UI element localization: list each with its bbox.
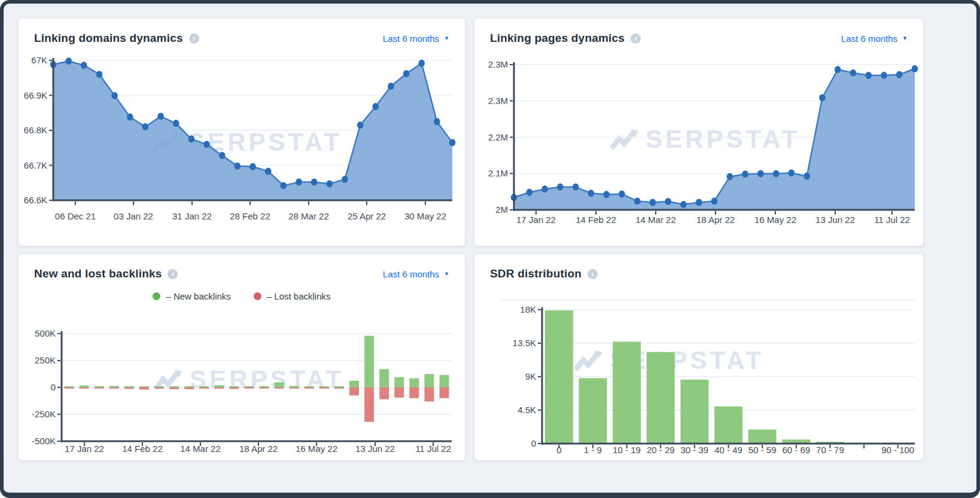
panel-title: Linking pages dynamics <box>490 32 625 45</box>
svg-text:17 Jan 22: 17 Jan 22 <box>516 215 556 225</box>
bar <box>229 387 239 389</box>
svg-text:90 - 100: 90 - 100 <box>881 445 914 455</box>
data-point <box>249 163 256 170</box>
chevron-down-icon: ▼ <box>902 35 908 41</box>
svg-text:30 May 22: 30 May 22 <box>404 211 446 221</box>
data-point <box>265 167 272 175</box>
svg-text:1 - 9: 1 - 9 <box>584 445 602 455</box>
data-point <box>742 170 748 178</box>
data-point <box>665 198 671 205</box>
linking-domains-chart: 67K66.9K66.8K66.7K66.6K06 Dec 2103 Jan 2… <box>19 50 465 243</box>
svg-text:18 Apr 22: 18 Apr 22 <box>696 215 735 225</box>
panel-linking-pages-dynamics: Linking pages dynamics i Last 6 months ▼… <box>474 18 924 246</box>
data-point <box>603 191 610 198</box>
y-axis-labels: 67K66.9K66.8K66.7K66.6K <box>24 55 52 205</box>
bar <box>124 387 134 389</box>
svg-text:40 - 49: 40 - 49 <box>714 445 742 455</box>
bar <box>364 336 374 387</box>
legend-item-lost-backlinks: – Lost backlinks <box>254 291 331 301</box>
bar <box>305 386 314 387</box>
bar <box>80 387 89 389</box>
data-point <box>773 170 780 178</box>
bar <box>334 387 344 389</box>
data-point <box>557 184 564 191</box>
date-range-label: Last 6 months <box>383 33 439 44</box>
bar <box>169 387 179 389</box>
svg-text:66.9K: 66.9K <box>24 90 47 100</box>
bar <box>714 407 742 444</box>
svg-text:2.3M: 2.3M <box>488 96 508 106</box>
bar <box>290 387 299 389</box>
chevron-down-icon: ▼ <box>444 271 449 277</box>
y-axis-labels: 2.3M2.3M2.2M2.1M2M <box>488 59 513 215</box>
bar <box>65 387 74 389</box>
linking-pages-chart: 2.3M2.3M2.2M2.1M2M17 Jan 2214 Feb 2214 M… <box>474 50 923 243</box>
bar <box>229 386 239 387</box>
data-point <box>696 199 702 206</box>
data-point <box>449 139 456 146</box>
bar <box>65 386 74 387</box>
bar <box>440 387 449 398</box>
bar <box>349 381 359 387</box>
svg-text:28 Feb 22: 28 Feb 22 <box>230 211 270 221</box>
y-grid <box>62 334 452 414</box>
svg-text:4.5K: 4.5K <box>518 405 536 415</box>
data-point <box>418 60 425 67</box>
series <box>65 336 449 422</box>
info-icon[interactable]: i <box>588 269 598 279</box>
data-point <box>219 152 226 159</box>
svg-text:66.6K: 66.6K <box>24 195 47 205</box>
svg-text:66.8K: 66.8K <box>24 125 47 135</box>
data-point <box>789 169 795 176</box>
svg-text:2.2M: 2.2M <box>488 132 508 142</box>
info-icon[interactable]: i <box>168 269 178 279</box>
svg-text:18K: 18K <box>520 304 536 314</box>
data-point <box>281 182 287 189</box>
bar <box>199 386 209 387</box>
date-range-dropdown[interactable]: Last 6 months ▼ <box>841 33 908 44</box>
svg-text:10 - 19: 10 - 19 <box>613 445 641 455</box>
panel-title: Linking domains dynamics <box>34 32 183 45</box>
data-point <box>573 184 579 191</box>
data-point <box>804 173 810 180</box>
bar <box>305 387 314 389</box>
svg-text:16 May 22: 16 May 22 <box>296 444 337 454</box>
bar <box>154 386 164 387</box>
bar <box>613 342 641 444</box>
bar <box>260 387 269 389</box>
svg-text:13 Jun 22: 13 Jun 22 <box>815 215 855 225</box>
svg-text:70 - 79: 70 - 79 <box>816 445 844 455</box>
svg-text:13 Jun 22: 13 Jun 22 <box>355 444 395 454</box>
svg-text:13.5K: 13.5K <box>513 338 536 348</box>
date-range-dropdown[interactable]: Last 6 months ▼ <box>383 33 449 44</box>
data-point <box>757 170 764 178</box>
bar <box>184 386 194 387</box>
chart-legend: – New backlinks – Lost backlinks <box>19 291 465 301</box>
x-axis-labels: 17 Jan 2214 Feb 2214 Mar 2218 Apr 2216 M… <box>516 211 910 225</box>
svg-text:2M: 2M <box>495 204 508 215</box>
bar <box>109 387 119 389</box>
svg-text:60 - 69: 60 - 69 <box>782 445 810 455</box>
data-point <box>81 62 87 69</box>
svg-text:2.1M: 2.1M <box>488 168 508 178</box>
svg-text:14 Feb 22: 14 Feb 22 <box>122 444 163 454</box>
bar <box>349 387 359 396</box>
bar <box>647 352 675 444</box>
date-range-dropdown[interactable]: Last 6 months ▼ <box>383 269 449 279</box>
axes <box>61 331 452 442</box>
data-point <box>526 189 533 196</box>
bar <box>379 387 389 399</box>
data-point <box>173 120 179 127</box>
data-point <box>835 66 841 73</box>
svg-text:500K: 500K <box>35 328 56 338</box>
info-icon[interactable]: i <box>189 33 199 44</box>
data-point <box>650 199 656 206</box>
svg-text:28 Mar 22: 28 Mar 22 <box>288 211 329 221</box>
svg-text:-500K: -500K <box>32 436 56 446</box>
info-icon[interactable]: i <box>631 33 641 44</box>
data-point <box>388 83 394 90</box>
y-axis-labels: 500K250K0-250K-500K <box>32 328 60 446</box>
svg-text:06 Dec 21: 06 Dec 21 <box>55 211 96 221</box>
panel-title: New and lost backlinks <box>34 267 162 280</box>
bar <box>748 429 777 444</box>
